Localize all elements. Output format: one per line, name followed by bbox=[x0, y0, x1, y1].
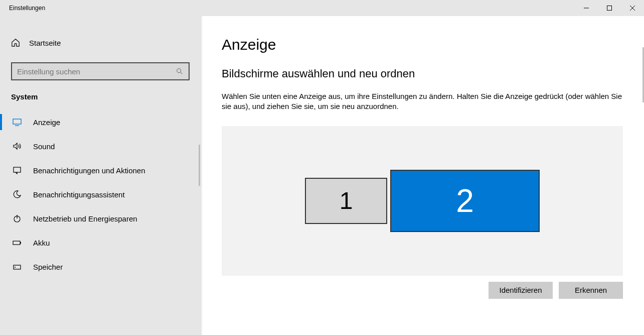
home-icon bbox=[11, 38, 20, 47]
nav-list: Anzeige Sound Benachrichtigungen und Akt… bbox=[0, 110, 201, 279]
monitor-2[interactable]: 2 bbox=[390, 170, 540, 232]
category-header: System bbox=[0, 90, 201, 110]
close-icon bbox=[630, 6, 635, 11]
page-title: Anzeige bbox=[222, 36, 623, 53]
titlebar: Einstellungen bbox=[0, 0, 644, 16]
sidebar-scrollbar[interactable] bbox=[199, 145, 200, 186]
storage-icon bbox=[12, 262, 22, 272]
sidebar-item-label: Benachrichtigungsassistent bbox=[33, 190, 125, 199]
svg-point-4 bbox=[177, 69, 181, 73]
search-box[interactable] bbox=[11, 62, 190, 80]
sidebar-item-netzbetrieb[interactable]: Netzbetrieb und Energiesparen bbox=[0, 206, 201, 231]
sidebar-item-sound[interactable]: Sound bbox=[0, 134, 201, 158]
monitor-1[interactable]: 1 bbox=[305, 178, 387, 224]
svg-rect-8 bbox=[14, 167, 21, 172]
svg-line-5 bbox=[181, 72, 183, 74]
battery-icon bbox=[12, 238, 22, 248]
moon-icon bbox=[12, 189, 22, 199]
sidebar-item-label: Sound bbox=[33, 142, 55, 151]
home-label: Startseite bbox=[29, 39, 61, 47]
sidebar-item-label: Anzeige bbox=[33, 118, 60, 127]
sidebar-item-label: Benachrichtigungen und Aktionen bbox=[33, 166, 145, 175]
sidebar-item-label: Akku bbox=[33, 239, 50, 247]
sidebar-item-anzeige[interactable]: Anzeige bbox=[0, 110, 201, 134]
search-icon bbox=[171, 68, 189, 75]
sidebar-item-benachrichtigungen[interactable]: Benachrichtigungen und Aktionen bbox=[0, 158, 201, 182]
scrollbar[interactable] bbox=[642, 16, 644, 335]
action-row: Identifizieren Erkennen bbox=[222, 276, 623, 299]
maximize-button[interactable] bbox=[598, 0, 621, 16]
sidebar-item-benachrichtigungsassistent[interactable]: Benachrichtigungsassistent bbox=[0, 182, 201, 206]
svg-rect-1 bbox=[607, 6, 612, 11]
section-title: Bildschirme auswählen und neu ordnen bbox=[222, 67, 623, 80]
home-link[interactable]: Startseite bbox=[0, 32, 201, 53]
minimize-button[interactable] bbox=[575, 0, 598, 16]
sidebar: Startseite System Anzeige Sound Ben bbox=[0, 16, 201, 335]
notifications-icon bbox=[12, 165, 22, 175]
sidebar-item-speicher[interactable]: Speicher bbox=[0, 255, 201, 279]
window-controls bbox=[575, 0, 644, 16]
minimize-icon bbox=[584, 6, 589, 11]
sidebar-item-label: Speicher bbox=[33, 263, 63, 271]
monitor-icon bbox=[12, 117, 22, 127]
detect-button[interactable]: Erkennen bbox=[559, 282, 623, 299]
identify-button[interactable]: Identifizieren bbox=[489, 282, 553, 299]
search-input[interactable] bbox=[12, 67, 171, 76]
svg-rect-6 bbox=[13, 119, 21, 124]
sound-icon bbox=[12, 141, 22, 151]
power-icon bbox=[12, 213, 22, 224]
window-title: Einstellungen bbox=[0, 5, 575, 12]
section-description: Wählen Sie unten eine Anzeige aus, um ih… bbox=[222, 91, 623, 112]
sidebar-item-label: Netzbetrieb und Energiesparen bbox=[33, 214, 137, 223]
svg-point-14 bbox=[15, 267, 16, 268]
display-arrangement[interactable]: 1 2 bbox=[222, 126, 623, 276]
svg-rect-11 bbox=[13, 241, 20, 245]
svg-rect-12 bbox=[20, 242, 21, 244]
content-pane: Anzeige Bildschirme auswählen und neu or… bbox=[201, 16, 644, 335]
maximize-icon bbox=[607, 6, 612, 11]
close-button[interactable] bbox=[621, 0, 644, 16]
sidebar-item-akku[interactable]: Akku bbox=[0, 231, 201, 255]
